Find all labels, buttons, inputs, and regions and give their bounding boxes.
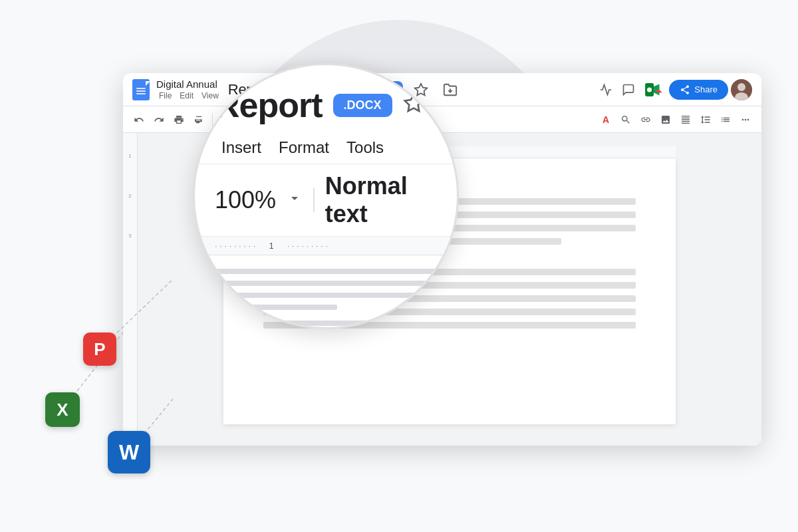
move-to-folder-button[interactable]	[439, 78, 462, 101]
more-button[interactable]	[736, 110, 755, 129]
image-button[interactable]	[656, 110, 675, 129]
right-format-toolbar: A	[597, 110, 755, 129]
avatar-image	[731, 79, 752, 100]
mag-divider	[313, 188, 315, 212]
word-icon: W	[108, 431, 150, 473]
menu-bar: File Edit View	[156, 90, 221, 101]
title-info: Digital Annual File Edit View	[156, 78, 221, 101]
mag-docx-badge[interactable]: .DOCX	[333, 94, 392, 117]
redo-button[interactable]	[150, 110, 168, 129]
link-button[interactable]	[636, 110, 655, 129]
svg-point-4	[647, 87, 652, 92]
mag-ruler-area: · · · · · · · · · 1 · · · · · · · · ·	[195, 237, 457, 255]
menu-file[interactable]: File	[156, 90, 174, 101]
share-label: Share	[694, 84, 718, 94]
mag-zoom-dropdown[interactable]	[287, 190, 303, 211]
undo-button[interactable]	[130, 110, 148, 129]
menu-edit[interactable]: Edit	[177, 90, 196, 101]
text-color-button[interactable]: A	[597, 110, 615, 129]
mag-zoom-area: 100% Normal text	[195, 164, 457, 237]
excel-letter: X	[57, 400, 68, 420]
powerpoint-icon: P	[83, 332, 116, 366]
word-letter: W	[119, 440, 139, 465]
document-filename: Digital Annual	[156, 78, 221, 90]
print-button[interactable]	[170, 110, 188, 129]
svg-marker-0	[415, 83, 427, 94]
mag-menu-format[interactable]: Format	[272, 136, 336, 160]
line-spacing-button[interactable]	[696, 110, 715, 129]
analytics-icon-button[interactable]	[596, 80, 616, 100]
mag-menu-bar: Insert Format Tools	[195, 132, 457, 164]
user-avatar[interactable]	[731, 79, 752, 100]
meet-icon-button[interactable]	[641, 80, 666, 100]
mag-menu-tools[interactable]: Tools	[340, 136, 390, 160]
svg-point-6	[737, 83, 745, 91]
right-toolbar: Share	[596, 79, 752, 100]
paint-format-button[interactable]	[190, 110, 208, 129]
list-button[interactable]	[716, 110, 735, 129]
mag-menu-insert[interactable]: Insert	[215, 136, 268, 160]
mag-text-style: Normal text	[325, 172, 437, 228]
excel-icon: X	[45, 392, 80, 427]
mag-line-3	[215, 293, 437, 298]
powerpoint-letter: P	[94, 339, 105, 360]
menu-view[interactable]: View	[199, 90, 221, 101]
mag-line-1	[215, 269, 437, 274]
chat-icon-button[interactable]	[618, 80, 638, 100]
mag-line-2	[215, 281, 437, 286]
highlight-button[interactable]	[616, 110, 635, 129]
share-button[interactable]: Share	[669, 80, 728, 100]
toolbar-divider-1	[212, 113, 213, 126]
title-bar: Digital Annual File Edit View Report .DO…	[123, 73, 761, 106]
docs-icon	[132, 79, 150, 100]
mag-zoom-value: 100%	[215, 186, 276, 214]
vertical-ruler: 1 2 3	[123, 133, 138, 446]
align-button[interactable]	[676, 110, 695, 129]
magnified-overlay: Report .DOCX Insert Format Tools 100% No…	[193, 63, 459, 329]
